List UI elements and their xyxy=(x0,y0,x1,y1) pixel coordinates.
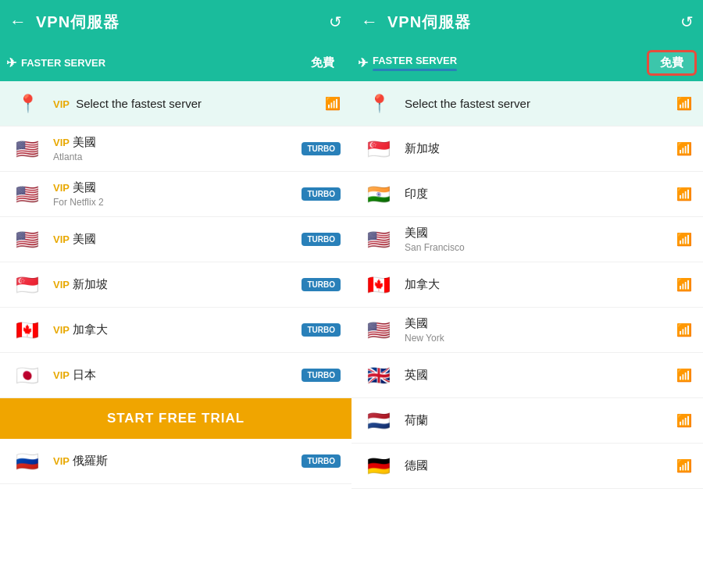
left-refresh-button[interactable]: ↺ xyxy=(329,12,342,31)
left-info-sg: VIP新加坡 xyxy=(53,277,297,292)
right-info-us-sf: 美國 San Francisco xyxy=(405,226,672,253)
left-info-ru: VIP俄羅斯 xyxy=(53,454,297,469)
right-info-nl: 荷蘭 xyxy=(405,413,672,428)
right-fastest-server-name: Select the fastest server xyxy=(405,97,530,110)
left-vip-sg: VIP xyxy=(53,279,70,290)
left-flag-icon-sg: 🇸🇬 xyxy=(16,274,39,296)
left-fastest-server-info: VIP Select the fastest server xyxy=(53,97,320,111)
left-header: ← VPN伺服器 ↺ xyxy=(0,0,352,44)
right-sub-us-sf: San Francisco xyxy=(405,242,672,253)
left-title: VPN伺服器 xyxy=(36,12,329,33)
right-server-de[interactable]: 🇩🇪 德國 📶 xyxy=(352,444,703,489)
right-name-ca: 加拿大 xyxy=(405,277,672,292)
left-vip-us-3: VIP xyxy=(53,233,70,245)
right-flag-icon-us-sf: 🇺🇸 xyxy=(367,229,391,251)
left-server-list: 📍 VIP Select the fastest server 📶 🇺🇸 VIP… xyxy=(0,81,352,588)
right-signal-nl: 📶 xyxy=(676,413,692,428)
right-refresh-button[interactable]: ↺ xyxy=(680,12,694,31)
left-location-icon: 📍 xyxy=(17,94,38,114)
left-vip-jp: VIP xyxy=(53,369,70,381)
left-turbo-ca: TURBO xyxy=(302,323,341,337)
left-flag-jp: 🇯🇵 xyxy=(11,364,44,387)
right-flag-icon-sg: 🇸🇬 xyxy=(367,138,391,160)
left-back-button[interactable]: ← xyxy=(9,12,27,32)
right-name-de: 德國 xyxy=(405,458,672,473)
right-fastest-server-item[interactable]: 📍 Select the fastest server 📶 xyxy=(352,81,703,127)
left-server-us-atlanta[interactable]: 🇺🇸 VIP美國 Atlanta TURBO xyxy=(0,127,352,172)
left-panel: ← VPN伺服器 ↺ ✈ FASTER SERVER 免費 📍 VIP Sele… xyxy=(0,0,352,588)
right-title: VPN伺服器 xyxy=(387,12,680,33)
right-flag-sg: 🇸🇬 xyxy=(362,137,395,161)
left-flag-ca: 🇨🇦 xyxy=(11,319,44,342)
left-server-sg[interactable]: 🇸🇬 VIP新加坡 TURBO xyxy=(0,262,352,308)
right-server-ca[interactable]: 🇨🇦 加拿大 📶 xyxy=(352,262,703,308)
right-flag-de: 🇩🇪 xyxy=(362,454,395,478)
start-trial-button[interactable]: START FREE TRIAL xyxy=(0,398,352,439)
left-server-ca[interactable]: 🇨🇦 VIP加拿大 TURBO xyxy=(0,308,352,353)
right-signal-ca: 📶 xyxy=(676,277,692,292)
right-name-nl: 荷蘭 xyxy=(405,413,672,428)
right-location-icon: 📍 xyxy=(369,94,390,114)
right-info-de: 德國 xyxy=(405,458,672,473)
right-info-uk: 英國 xyxy=(405,368,672,383)
left-server-us-netflix[interactable]: 🇺🇸 VIP美國 For Netflix 2 TURBO xyxy=(0,172,352,217)
right-server-us-ny[interactable]: 🇺🇸 美國 New York 📶 xyxy=(352,308,703,353)
left-tab-free[interactable]: 免費 xyxy=(300,52,345,73)
left-location-icon-container: 📍 xyxy=(11,92,44,116)
right-name-sg: 新加坡 xyxy=(405,141,672,156)
right-server-us-sf[interactable]: 🇺🇸 美國 San Francisco 📶 xyxy=(352,217,703,262)
right-server-uk[interactable]: 🇬🇧 英國 📶 xyxy=(352,353,703,398)
right-server-list: 📍 Select the fastest server 📶 🇸🇬 新加坡 📶 🇮… xyxy=(352,81,703,588)
right-sub-us-ny: New York xyxy=(405,333,672,344)
right-server-in[interactable]: 🇮🇳 印度 📶 xyxy=(352,172,703,217)
left-tab-faster-server[interactable]: ✈ FASTER SERVER xyxy=(6,55,300,70)
left-name-us-atlanta: VIP美國 xyxy=(53,135,297,150)
right-flag-icon-in: 🇮🇳 xyxy=(367,184,391,205)
right-flag-icon-ca: 🇨🇦 xyxy=(367,274,391,296)
left-flag-icon-us-netflix: 🇺🇸 xyxy=(16,184,39,205)
right-info-ca: 加拿大 xyxy=(405,277,672,292)
right-signal-sg: 📶 xyxy=(676,141,692,156)
left-name-sg: VIP新加坡 xyxy=(53,277,297,292)
left-turbo-jp: TURBO xyxy=(302,369,341,382)
left-tab-bar: ✈ FASTER SERVER 免費 xyxy=(0,44,352,81)
left-turbo-us-atlanta: TURBO xyxy=(302,142,341,155)
right-flag-nl: 🇳🇱 xyxy=(362,409,395,433)
right-flag-us-sf: 🇺🇸 xyxy=(362,228,395,251)
right-fastest-signal: 📶 xyxy=(676,96,692,111)
right-faster-server-label: FASTER SERVER xyxy=(373,55,457,66)
left-name-us-3: VIP美國 xyxy=(53,232,297,247)
left-name-ca: VIP加拿大 xyxy=(53,323,297,337)
left-flag-sg: 🇸🇬 xyxy=(11,273,44,297)
left-flag-ru: 🇷🇺 xyxy=(11,450,44,473)
left-flag-us-3: 🇺🇸 xyxy=(11,228,44,251)
left-faster-server-label: FASTER SERVER xyxy=(21,57,105,69)
left-vip-us-netflix: VIP xyxy=(53,182,70,194)
right-name-in: 印度 xyxy=(405,187,672,201)
left-sub-us-atlanta: Atlanta xyxy=(53,151,297,162)
left-name-jp: VIP日本 xyxy=(53,368,297,383)
right-flag-icon-uk: 🇬🇧 xyxy=(367,365,391,387)
right-server-nl[interactable]: 🇳🇱 荷蘭 📶 xyxy=(352,398,703,444)
right-signal-us-sf: 📶 xyxy=(676,232,692,247)
left-server-us-3[interactable]: 🇺🇸 VIP美國 TURBO xyxy=(0,217,352,262)
left-vip-ru: VIP xyxy=(53,455,70,467)
right-tab-free[interactable]: 免費 xyxy=(647,50,697,76)
right-flag-ca: 🇨🇦 xyxy=(362,273,395,297)
right-server-sg[interactable]: 🇸🇬 新加坡 📶 xyxy=(352,127,703,172)
left-server-jp[interactable]: 🇯🇵 VIP日本 TURBO xyxy=(0,353,352,398)
right-flag-icon-de: 🇩🇪 xyxy=(367,455,391,477)
right-info-sg: 新加坡 xyxy=(405,141,672,156)
left-server-ru[interactable]: 🇷🇺 VIP俄羅斯 TURBO xyxy=(0,439,352,484)
left-vip-ca: VIP xyxy=(53,324,70,336)
left-vip-us-atlanta: VIP xyxy=(53,137,70,148)
right-tab-faster-server[interactable]: ✈ FASTER SERVER xyxy=(358,55,647,71)
left-fastest-server-item[interactable]: 📍 VIP Select the fastest server 📶 xyxy=(0,81,352,127)
left-info-us-netflix: VIP美國 For Netflix 2 xyxy=(53,180,297,208)
right-flag-in: 🇮🇳 xyxy=(362,183,395,206)
right-flag-icon-nl: 🇳🇱 xyxy=(367,410,391,432)
right-back-button[interactable]: ← xyxy=(361,12,378,32)
left-turbo-us-netflix: TURBO xyxy=(302,187,341,201)
right-signal-us-ny: 📶 xyxy=(676,323,692,337)
left-flag-icon-jp: 🇯🇵 xyxy=(16,365,39,387)
